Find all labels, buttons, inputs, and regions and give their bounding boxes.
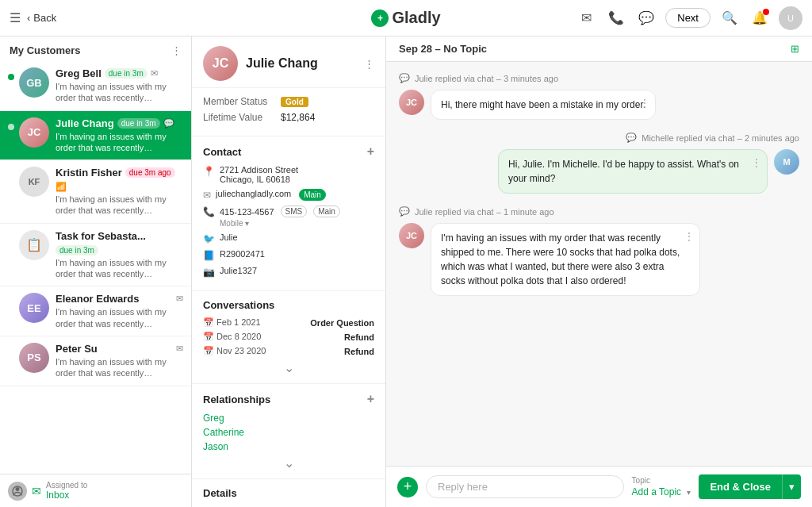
conv-row[interactable]: 📅 Feb 1 2021 Order Question [203, 317, 374, 328]
notification-icon[interactable]: 🔔 [749, 7, 771, 29]
chat-icon[interactable]: 💬 [635, 7, 657, 29]
phone-icon[interactable]: 📞 [605, 7, 627, 29]
topic-value[interactable]: Add a Topic ▾ [632, 486, 691, 497]
customer-item[interactable]: EE Eleanor Edwards ✉ I'm having an issue… [0, 286, 191, 336]
conv-row[interactable]: 📅 Dec 8 2020 Refund [203, 332, 374, 342]
search-icon[interactable]: 🔍 [718, 7, 741, 29]
relationship-link[interactable]: Catherine [203, 427, 374, 438]
status-dot [8, 173, 14, 179]
message-group: 💬 Julie replied via chat – 1 minute ago … [399, 206, 799, 296]
status-dot [8, 124, 14, 130]
message-avatar: M [774, 149, 799, 175]
hamburger-icon[interactable]: ☰ [10, 10, 21, 25]
lifetime-value-label: Lifetime Value [203, 112, 274, 123]
twitter-detail: 🐦 Julie [203, 232, 374, 244]
customer-item[interactable]: JC Julie Chang due in 3m 💬 I'm having an… [0, 111, 191, 161]
messages-area: 💬 Julie replied via chat – 3 minutes ago… [386, 62, 812, 466]
email-icon[interactable]: ✉ [575, 7, 597, 29]
topic-chevron-icon: ▾ [687, 488, 691, 497]
conversations-title: Conversations [203, 299, 374, 311]
conversations-section: Conversations 📅 Feb 1 2021 Order Questio… [192, 291, 385, 384]
status-dot [8, 236, 14, 243]
conv-date: 📅 Nov 23 2020 [203, 346, 266, 356]
contact-header: JC Julie Chang ⋮ [192, 36, 385, 88]
user-avatar[interactable]: U [779, 6, 802, 30]
customer-item[interactable]: KF Kristin Fisher due 3m ago 📶 I'm havin… [0, 160, 191, 224]
contact-add-icon[interactable]: + [367, 144, 374, 159]
more-icon[interactable]: ⋮ [171, 44, 182, 56]
facebook-detail: 📘 R29002471 [203, 249, 374, 261]
customer-name: Peter Su [56, 343, 98, 355]
main-phone-tag: Main [313, 205, 340, 217]
conv-row[interactable]: 📅 Nov 23 2020 Refund [203, 346, 374, 356]
main-content: My Customers ⋮ GB Greg Bell due in 3m ✉ … [0, 36, 812, 507]
conv-type: Order Question [310, 318, 374, 328]
customer-item[interactable]: PS Peter Su ✉ I'm having an issues with … [0, 336, 191, 386]
top-nav: ☰ ‹ Back + Gladly ✉ 📞 💬 Next 🔍 🔔 U [0, 0, 812, 36]
customer-name: Julie Chang [56, 117, 114, 129]
lifetime-value: $12,864 [281, 112, 315, 123]
address-detail: 📍 2721 Addison Street Chicago, IL 60618 [203, 165, 374, 184]
customer-item[interactable]: GB Greg Bell due in 3m ✉ I'm having an i… [0, 61, 191, 111]
add-reply-button[interactable]: + [397, 477, 418, 497]
email-indicator-icon: ✉ [151, 68, 158, 79]
customer-info: Greg Bell due in 3m ✉ I'm having an issu… [56, 67, 183, 104]
conv-type: Refund [344, 347, 374, 356]
details-title: Details [203, 487, 374, 499]
inbox-value: Inbox [46, 490, 87, 501]
message-more-icon[interactable]: ⋮ [639, 95, 650, 112]
chat-indicator-icon: 💬 [163, 118, 174, 129]
back-button[interactable]: ‹ Back [27, 12, 56, 24]
reply-placeholder: Reply here [438, 481, 488, 493]
customer-info: Julie Chang due in 3m 💬 I'm having an is… [56, 117, 183, 154]
chevron-left-icon: ‹ [27, 12, 30, 24]
end-close-chevron[interactable]: ▾ [782, 474, 801, 499]
expand-conversations-button[interactable]: ⌄ [203, 360, 374, 375]
phone-detail-icon: 📞 [203, 206, 215, 217]
due-badge: due in 3m [105, 68, 147, 79]
logo-text: Gladly [392, 9, 440, 27]
facebook-icon: 📘 [203, 250, 215, 261]
relationship-link[interactable]: Jason [203, 441, 374, 452]
customer-preview: I'm having an issues with my order that … [56, 131, 183, 154]
due-badge: due in 3m [117, 118, 160, 129]
end-close-button[interactable]: End & Close [699, 474, 782, 499]
topic-label: Topic [632, 476, 691, 485]
message-meta: 💬 Julie replied via chat – 1 minute ago [399, 206, 799, 217]
member-status-label: Member Status [203, 96, 274, 107]
email-indicator-icon: ✉ [176, 294, 183, 304]
chat-meta-icon: 💬 [399, 73, 410, 83]
customer-name: Eleanor Edwards [56, 293, 139, 305]
customer-preview: I'm having an issues with my order that … [56, 356, 183, 379]
customer-name: Kristin Fisher [56, 167, 122, 179]
contact-more-icon[interactable]: ⋮ [364, 58, 374, 70]
chat-meta-icon: 💬 [399, 206, 410, 217]
instagram-detail: 📷 Julie1327 [203, 266, 374, 278]
next-button[interactable]: Next [665, 8, 710, 28]
contact-name: Julie Chang [246, 56, 318, 71]
twitter-icon: 🐦 [203, 233, 215, 244]
grid-icon[interactable]: ⊞ [791, 43, 799, 55]
customer-preview: I'm having an issues with my order that … [56, 81, 183, 104]
customer-info: Eleanor Edwards ✉ I'm having an issues w… [56, 293, 183, 329]
status-dot [8, 74, 14, 80]
customer-list-header: My Customers ⋮ [0, 36, 191, 61]
message-more-icon[interactable]: ⋮ [751, 155, 762, 171]
message-avatar: JC [399, 223, 424, 248]
message-more-icon[interactable]: ⋮ [684, 229, 695, 245]
reply-input[interactable]: Reply here [426, 475, 624, 498]
conv-date: 📅 Dec 8 2020 [203, 332, 261, 342]
status-dot [8, 299, 14, 305]
relationships-title: Relationships + [203, 392, 374, 406]
due-badge: due 3m ago [125, 167, 175, 178]
contact-detail-panel: JC Julie Chang ⋮ Member Status Gold Life… [192, 36, 386, 507]
message-meta: 💬 Julie replied via chat – 3 minutes ago [399, 73, 799, 83]
customer-list-panel: My Customers ⋮ GB Greg Bell due in 3m ✉ … [0, 36, 192, 507]
add-relationship-icon[interactable]: + [367, 392, 374, 406]
avatar: GB [19, 67, 49, 98]
expand-relationships-button[interactable]: ⌄ [203, 455, 374, 471]
member-status-value: Gold [281, 97, 308, 107]
avatar: JC [19, 117, 49, 148]
customer-item[interactable]: 📋 Task for Sebasta... due in 3m I'm havi… [0, 224, 191, 287]
relationship-link[interactable]: Greg [203, 413, 374, 424]
